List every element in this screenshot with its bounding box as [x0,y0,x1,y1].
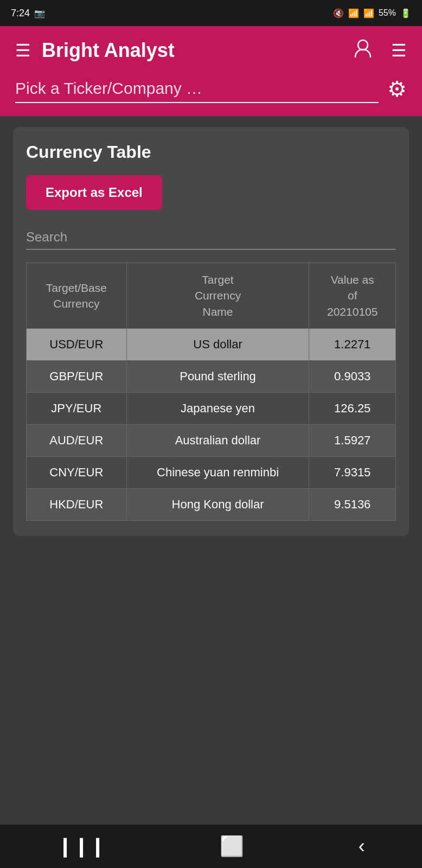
cell-value: 1.5927 [309,425,396,457]
settings-gear-icon[interactable]: ⚙ [387,76,407,101]
status-time: 7:24 📷 [11,8,45,19]
ticker-search-area: ⚙ [0,75,422,116]
camera-icon: 📷 [34,8,45,18]
status-bar: 7:24 📷 🔇 📶 📶 55% 🔋 [0,0,422,26]
profile-icon[interactable] [354,39,372,62]
battery-display: 55% [379,8,396,18]
currency-table-card: Currency Table Export as Excel Target/Ba… [13,127,409,536]
cell-name: Chinese yuan renminbi [126,457,309,489]
cell-pair: GBP/EUR [27,361,127,393]
currency-table: Target/BaseCurrency TargetCurrencyName V… [26,263,396,521]
signal-icon: 📶 [363,8,374,18]
status-icons: 🔇 📶 📶 55% 🔋 [333,8,411,18]
search-container [26,225,396,250]
table-header-row: Target/BaseCurrency TargetCurrencyName V… [27,263,396,329]
cell-pair: HKD/EUR [27,489,127,521]
cell-name: Australian dollar [126,425,309,457]
bottom-nav: ❙❙❙ ⬜ ‹ [0,825,422,868]
mute-icon: 🔇 [333,8,344,18]
cell-value: 126.25 [309,393,396,425]
menu-icon[interactable]: ☰ [15,40,31,61]
card-title: Currency Table [26,142,396,162]
home-button[interactable]: ⬜ [203,829,260,863]
export-excel-button[interactable]: Export as Excel [26,175,162,210]
svg-point-0 [358,40,368,50]
battery-icon: 🔋 [400,8,411,18]
cell-name: Pound sterling [126,361,309,393]
table-row: JPY/EURJapanese yen126.25 [27,393,396,425]
hamburger-icon[interactable]: ☰ [391,40,407,61]
cell-value: 9.5136 [309,489,396,521]
table-row: CNY/EURChinese yuan renminbi7.9315 [27,457,396,489]
cell-pair: CNY/EUR [27,457,127,489]
cell-pair: AUD/EUR [27,425,127,457]
app-title: Bright Analyst [42,39,354,62]
col-header-value: Value asof20210105 [309,263,396,329]
col-header-pair: Target/BaseCurrency [27,263,127,329]
cell-name: US dollar [126,329,309,361]
table-row: HKD/EURHong Kong dollar9.5136 [27,489,396,521]
cell-name: Japanese yen [126,393,309,425]
recent-apps-button[interactable]: ❙❙❙ [41,829,122,863]
top-nav: ☰ Bright Analyst ☰ [0,26,422,75]
cell-name: Hong Kong dollar [126,489,309,521]
nav-icons: ☰ [354,39,407,62]
cell-pair: JPY/EUR [27,393,127,425]
table-row: AUD/EURAustralian dollar1.5927 [27,425,396,457]
cell-value: 0.9033 [309,361,396,393]
time-display: 7:24 [11,8,30,19]
main-content: Currency Table Export as Excel Target/Ba… [0,116,422,547]
search-input[interactable] [26,225,396,250]
cell-value: 1.2271 [309,329,396,361]
table-row: USD/EURUS dollar1.2271 [27,329,396,361]
wifi-icon: 📶 [348,8,359,18]
back-button[interactable]: ‹ [342,829,381,863]
col-header-name: TargetCurrencyName [126,263,309,329]
cell-value: 7.9315 [309,457,396,489]
table-row: GBP/EURPound sterling0.9033 [27,361,396,393]
cell-pair: USD/EUR [27,329,127,361]
ticker-input[interactable] [15,75,379,103]
